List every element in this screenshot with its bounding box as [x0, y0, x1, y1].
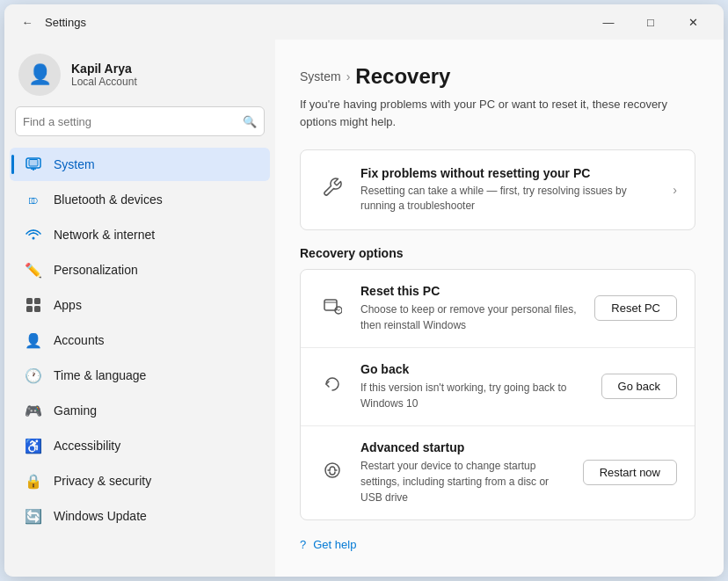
- accounts-icon: 👤: [24, 330, 43, 350]
- reset-icon: [318, 296, 346, 320]
- sidebar-item-label-personalization: Personalization: [54, 263, 138, 277]
- update-icon: 🔄: [24, 506, 43, 526]
- maximize-button[interactable]: □: [630, 8, 671, 36]
- sidebar-item-personalization[interactable]: ✏️ Personalization: [10, 253, 270, 287]
- sidebar-item-system[interactable]: System: [10, 148, 270, 181]
- advanced-desc: Restart your device to change startup se…: [360, 458, 569, 505]
- sidebar-item-label-privacy: Privacy & security: [54, 474, 151, 488]
- breadcrumb-current: Recovery: [355, 64, 450, 89]
- page-description: If you're having problems with your PC o…: [300, 96, 695, 130]
- titlebar: ← Settings — □ ✕: [4, 4, 724, 40]
- search-input[interactable]: [23, 115, 243, 128]
- apps-icon: [24, 295, 43, 315]
- get-help-label: Get help: [313, 538, 356, 551]
- user-section: 👤 Kapil Arya Local Account: [4, 40, 275, 106]
- sidebar-item-accounts[interactable]: 👤 Accounts: [10, 323, 270, 357]
- sidebar-item-label-system: System: [54, 157, 95, 171]
- go-back-button[interactable]: Go back: [601, 374, 677, 399]
- sidebar-item-label-gaming: Gaming: [54, 403, 97, 418]
- sidebar-item-label-update: Windows Update: [54, 509, 147, 523]
- sidebar-item-network[interactable]: Network & internet: [10, 218, 270, 251]
- fix-title: Fix problems without resetting your PC: [360, 166, 659, 180]
- main-panel: System › Recovery If you're having probl…: [275, 40, 724, 577]
- avatar: 👤: [18, 54, 61, 96]
- minimize-button[interactable]: —: [588, 8, 629, 36]
- sidebar-item-accessibility[interactable]: ♿ Accessibility: [10, 429, 270, 462]
- reset-text: Reset this PC Choose to keep or remove y…: [360, 284, 580, 333]
- user-info: Kapil Arya Local Account: [71, 62, 137, 88]
- settings-window: ← Settings — □ ✕ 👤 Kapil Arya Local Acco…: [4, 4, 724, 577]
- sidebar: 👤 Kapil Arya Local Account 🔍: [4, 40, 275, 577]
- fix-text: Fix problems without resetting your PC R…: [360, 166, 659, 214]
- get-help-icon: ?: [300, 538, 306, 551]
- restart-now-button[interactable]: Restart now: [583, 460, 677, 485]
- sidebar-item-update[interactable]: 🔄 Windows Update: [10, 499, 270, 533]
- reset-pc-button[interactable]: Reset PC: [594, 295, 677, 321]
- svg-rect-7: [34, 298, 40, 304]
- sidebar-item-privacy[interactable]: 🔒 Privacy & security: [10, 464, 270, 497]
- sidebar-item-label-accounts: Accounts: [54, 333, 105, 347]
- advanced-icon: [318, 461, 346, 484]
- recovery-cards-group: Reset this PC Choose to keep or remove y…: [300, 269, 695, 520]
- sidebar-item-gaming[interactable]: 🎮 Gaming: [10, 394, 270, 427]
- user-name: Kapil Arya: [71, 62, 137, 76]
- sidebar-item-time[interactable]: 🕐 Time & language: [10, 359, 270, 392]
- goback-icon: [318, 374, 346, 398]
- fix-desc: Resetting can take a while — first, try …: [360, 184, 659, 214]
- reset-pc-card: Reset this PC Choose to keep or remove y…: [301, 270, 695, 347]
- personalization-icon: ✏️: [24, 260, 43, 280]
- fix-chevron-icon: ›: [673, 183, 677, 197]
- fix-problems-card[interactable]: Fix problems without resetting your PC R…: [300, 149, 695, 230]
- network-icon: [24, 225, 43, 244]
- search-icon: 🔍: [243, 115, 257, 128]
- avatar-icon: 👤: [28, 63, 52, 86]
- search-box[interactable]: 🔍: [15, 106, 265, 136]
- sidebar-item-label-time: Time & language: [54, 368, 146, 382]
- sidebar-item-label-network: Network & internet: [54, 228, 155, 242]
- sidebar-item-label-accessibility: Accessibility: [54, 439, 120, 453]
- privacy-icon: 🔒: [24, 471, 43, 490]
- svg-rect-8: [26, 306, 33, 312]
- sidebar-item-label-bluetooth: Bluetooth & devices: [54, 192, 163, 207]
- system-icon: [24, 155, 43, 174]
- goback-text: Go back If this version isn't working, t…: [360, 362, 587, 411]
- svg-rect-1: [29, 160, 38, 167]
- gaming-icon: 🎮: [24, 401, 43, 420]
- advanced-text: Advanced startup Restart your device to …: [360, 440, 569, 505]
- go-back-card: Go back If this version isn't working, t…: [301, 347, 695, 425]
- bluetooth-icon: ⎄: [24, 190, 43, 209]
- reset-desc: Choose to keep or remove your personal f…: [360, 301, 580, 333]
- fix-icon: [318, 177, 346, 203]
- breadcrumb-system: System: [300, 69, 341, 84]
- time-icon: 🕐: [24, 366, 43, 385]
- titlebar-title: Settings: [45, 16, 588, 29]
- reset-title: Reset this PC: [360, 284, 580, 298]
- advanced-startup-card: Advanced startup Restart your device to …: [301, 425, 695, 519]
- sidebar-item-bluetooth[interactable]: ⎄ Bluetooth & devices: [10, 183, 270, 216]
- accessibility-icon: ♿: [24, 436, 43, 455]
- svg-rect-9: [34, 306, 40, 312]
- back-button[interactable]: ←: [15, 10, 40, 34]
- breadcrumb: System › Recovery: [300, 64, 695, 89]
- advanced-title: Advanced startup: [360, 440, 569, 454]
- user-role: Local Account: [71, 76, 137, 88]
- main-content: 👤 Kapil Arya Local Account 🔍: [4, 40, 724, 577]
- get-help-link[interactable]: ? Get help: [300, 534, 695, 555]
- sidebar-item-label-apps: Apps: [54, 298, 82, 312]
- recovery-section-label: Recovery options: [300, 246, 695, 260]
- svg-rect-6: [26, 298, 33, 304]
- breadcrumb-arrow: ›: [346, 69, 351, 84]
- goback-desc: If this version isn't working, try going…: [360, 380, 587, 411]
- close-button[interactable]: ✕: [673, 8, 713, 36]
- window-controls: — □ ✕: [588, 8, 713, 36]
- sidebar-item-apps[interactable]: Apps: [10, 288, 270, 322]
- svg-point-5: [33, 237, 35, 240]
- goback-title: Go back: [360, 362, 587, 376]
